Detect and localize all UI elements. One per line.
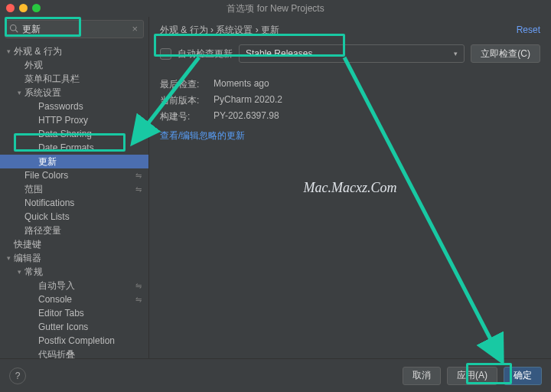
sidebar-item[interactable]: 菜单和工具栏 <box>0 72 148 86</box>
titlebar: 首选项 for New Projects <box>0 0 551 17</box>
sidebar-item-label: Console <box>38 294 133 305</box>
crumb-a: 外观 & 行为 <box>160 24 208 35</box>
tree-arrow-icon: ▾ <box>3 254 14 262</box>
tree-arrow-icon: ▾ <box>14 268 24 276</box>
current-version-key: 当前版本: <box>160 94 214 107</box>
sidebar-item[interactable]: 路径变量 <box>0 224 148 237</box>
ok-button[interactable]: 确定 <box>504 367 542 385</box>
cancel-label: 取消 <box>412 369 431 382</box>
current-version-val: PyCharm 2020.2 <box>214 94 540 107</box>
sidebar-item-label: Gutter Icons <box>38 322 144 332</box>
zoom-dot[interactable] <box>32 4 41 12</box>
watermark-text: Mac.Macxz.Com <box>304 180 397 196</box>
content-pane: 外观 & 行为 › 系统设置 › 更新 Reset 自动检查更新 Stable … <box>149 17 551 358</box>
search-input[interactable] <box>5 20 144 38</box>
sidebar-item[interactable]: Quick Lists <box>0 210 148 224</box>
project-scope-icon: ⇋ <box>133 282 144 290</box>
sidebar-item-label: 更新 <box>38 155 144 168</box>
sidebar-item-label: Data Sharing <box>38 129 144 139</box>
sidebar-item[interactable]: ▾外观 & 行为 <box>0 44 148 58</box>
sidebar-item-label: Quick Lists <box>24 211 144 222</box>
sidebar-item[interactable]: Notifications <box>0 196 148 210</box>
sidebar-item-label: Postfix Completion <box>38 335 144 346</box>
sidebar: × ▾外观 & 行为外观菜单和工具栏▾系统设置PasswordsHTTP Pro… <box>0 17 149 358</box>
last-check-val: Moments ago <box>214 78 540 91</box>
sidebar-item[interactable]: ▾系统设置 <box>0 86 148 100</box>
sidebar-item[interactable]: Gutter Icons <box>0 320 148 334</box>
sidebar-item[interactable]: 范围⇋ <box>0 182 148 196</box>
sidebar-item-label: 代码折叠 <box>38 348 144 359</box>
auto-check-row: 自动检查更新 Stable Releases ▾ 立即检查(C) <box>160 44 540 63</box>
sidebar-item[interactable]: ▾编辑器 <box>0 251 148 265</box>
ok-label: 确定 <box>514 369 532 382</box>
sidebar-item-label: 路径变量 <box>24 224 144 237</box>
sidebar-item[interactable]: 快捷键 <box>0 237 148 251</box>
svg-line-1 <box>15 30 18 32</box>
sidebar-item[interactable]: Postfix Completion <box>0 334 148 348</box>
auto-check-checkbox[interactable] <box>160 48 171 60</box>
dialog-footer: ? 取消 应用(A) 确定 <box>0 358 551 392</box>
sidebar-item-label: Notifications <box>24 198 144 208</box>
update-channel-value: Stable Releases <box>246 48 312 59</box>
project-scope-icon: ⇋ <box>133 172 144 180</box>
apply-label: 应用(A) <box>457 369 487 382</box>
help-icon: ? <box>15 371 21 381</box>
sidebar-item[interactable]: ▾常规 <box>0 265 148 279</box>
minimize-dot[interactable] <box>19 4 28 12</box>
window-title: 首选项 for New Projects <box>227 2 324 15</box>
help-button[interactable]: ? <box>9 368 26 384</box>
sidebar-item[interactable]: Passwords <box>0 100 148 113</box>
app-body: × ▾外观 & 行为外观菜单和工具栏▾系统设置PasswordsHTTP Pro… <box>0 17 551 358</box>
build-val: PY-202.6397.98 <box>214 110 540 123</box>
sidebar-item-label: 常规 <box>24 266 144 279</box>
sidebar-item-label: 系统设置 <box>24 87 144 100</box>
auto-check-label: 自动检查更新 <box>178 47 233 60</box>
sidebar-item-label: HTTP Proxy <box>38 115 144 126</box>
search-wrap: × <box>0 17 148 44</box>
sidebar-item[interactable]: HTTP Proxy <box>0 113 148 127</box>
reset-link[interactable]: Reset <box>517 24 540 35</box>
sidebar-item-label: 菜单和工具栏 <box>24 73 144 86</box>
sidebar-item-label: 范围 <box>24 183 133 196</box>
sidebar-item-label: Passwords <box>38 101 144 112</box>
last-check-key: 最后检查: <box>160 78 214 91</box>
cancel-button[interactable]: 取消 <box>403 367 441 385</box>
breadcrumb: 外观 & 行为 › 系统设置 › 更新 <box>160 24 279 37</box>
version-info: 最后检查: Moments ago 当前版本: PyCharm 2020.2 构… <box>160 78 540 123</box>
sidebar-item-label: Date Formats <box>38 142 144 153</box>
svg-point-0 <box>11 25 17 31</box>
sidebar-item-label: 外观 <box>24 59 144 72</box>
ignored-updates-link[interactable]: 查看/编辑忽略的更新 <box>160 129 540 142</box>
tree-arrow-icon: ▾ <box>3 47 14 55</box>
crumb-b: 系统设置 <box>216 24 253 35</box>
check-now-label: 立即检查(C) <box>481 47 530 60</box>
sidebar-item[interactable]: Date Formats <box>0 141 148 155</box>
sidebar-item[interactable]: 代码折叠 <box>0 348 148 358</box>
sidebar-item-label: 自动导入 <box>38 279 133 292</box>
sidebar-item-label: 快捷键 <box>14 238 144 251</box>
apply-button[interactable]: 应用(A) <box>447 367 497 385</box>
update-channel-select[interactable]: Stable Releases ▾ <box>239 44 465 63</box>
sidebar-item-label: File Colors <box>24 170 133 181</box>
search-icon <box>9 24 18 33</box>
crumb-c: 更新 <box>261 24 279 35</box>
chevron-down-icon: ▾ <box>454 50 458 57</box>
sidebar-item-label: Editor Tabs <box>38 308 144 318</box>
clear-search-icon[interactable]: × <box>132 23 138 34</box>
close-dot[interactable] <box>6 4 15 12</box>
sidebar-item[interactable]: Data Sharing <box>0 127 148 141</box>
settings-tree: ▾外观 & 行为外观菜单和工具栏▾系统设置PasswordsHTTP Proxy… <box>0 44 148 358</box>
project-scope-icon: ⇋ <box>133 296 144 304</box>
sidebar-item[interactable]: 自动导入⇋ <box>0 279 148 292</box>
crumb-sep: › <box>256 24 259 35</box>
sidebar-item[interactable]: File Colors⇋ <box>0 168 148 182</box>
window-controls <box>6 4 41 12</box>
sidebar-item[interactable]: 外观 <box>0 58 148 72</box>
check-now-button[interactable]: 立即检查(C) <box>471 44 540 63</box>
sidebar-item[interactable]: 更新 <box>0 155 148 168</box>
tree-arrow-icon: ▾ <box>14 89 24 96</box>
project-scope-icon: ⇋ <box>133 185 144 194</box>
crumb-sep: › <box>210 24 214 35</box>
sidebar-item[interactable]: Editor Tabs <box>0 306 148 320</box>
sidebar-item[interactable]: Console⇋ <box>0 292 148 306</box>
